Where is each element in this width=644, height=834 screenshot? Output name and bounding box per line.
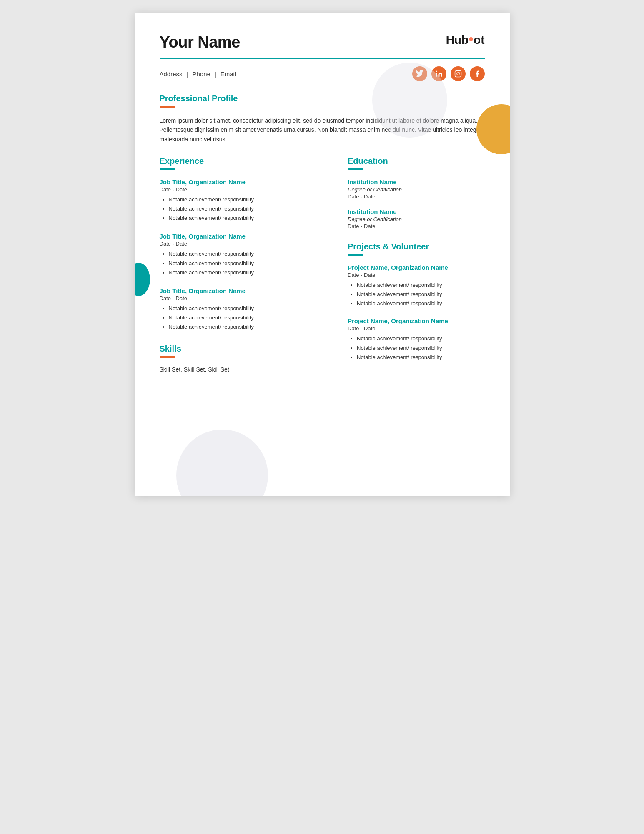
achievement-1-1: Notable achievement/ responsibility (169, 195, 327, 204)
proj-ach-1-2: Notable achievement/ responsibility (357, 290, 485, 299)
skills-title: Skills (160, 344, 327, 354)
resume-page: Your Name Hubot Address | Phone | Email (135, 13, 510, 496)
project-date-2: Date - Date (348, 325, 485, 332)
svg-rect-1 (455, 71, 461, 77)
project-achievements-2: Notable achievement/ responsibility Nota… (348, 334, 485, 362)
achievement-3-1: Notable achievement/ responsibility (169, 304, 327, 313)
job-achievements-2: Notable achievement/ responsibility Nota… (160, 249, 327, 277)
hubspot-logo: Hubot (446, 33, 485, 47)
institution-2: Institution Name (348, 208, 485, 215)
contact-info: Address | Phone | Email (160, 70, 236, 78)
skills-body: Skill Set, Skill Set, Skill Set (160, 366, 327, 373)
header: Your Name Hubot (160, 33, 485, 51)
proj-ach-2-3: Notable achievement/ responsibility (357, 353, 485, 362)
degree-1: Degree or Certification (348, 186, 485, 193)
header-divider (160, 58, 485, 59)
job-title-1: Job Title, Organization Name (160, 178, 327, 186)
deco-circle-bottom-left (176, 430, 268, 496)
projects-underline (348, 254, 363, 256)
achievement-1-2: Notable achievement/ responsibility (169, 204, 327, 214)
deco-circle-top-right (372, 63, 447, 138)
facebook-icon[interactable] (470, 66, 485, 81)
project-achievements-1: Notable achievement/ responsibility Nota… (348, 281, 485, 308)
sep1: | (187, 70, 188, 78)
project-date-1: Date - Date (348, 272, 485, 278)
job-date-1: Date - Date (160, 186, 327, 193)
job-date-2: Date - Date (160, 241, 327, 247)
sep2: | (215, 70, 216, 78)
profile-underline (160, 106, 175, 108)
education-underline (348, 168, 363, 170)
logo-dot (469, 37, 473, 41)
project-entry-2: Project Name, Organization Name Date - D… (348, 317, 485, 362)
proj-ach-1-1: Notable achievement/ responsibility (357, 281, 485, 290)
job-achievements-3: Notable achievement/ responsibility Nota… (160, 304, 327, 332)
projects-title: Projects & Volunteer (348, 242, 485, 251)
svg-point-0 (436, 71, 437, 72)
deco-circle-teal (135, 263, 150, 296)
left-column: Experience Job Title, Organization Name … (160, 156, 327, 373)
job-achievements-1: Notable achievement/ responsibility Nota… (160, 195, 327, 223)
achievement-2-3: Notable achievement/ responsibility (169, 268, 327, 277)
skills-section: Skills Skill Set, Skill Set, Skill Set (160, 344, 327, 373)
proj-ach-1-3: Notable achievement/ responsibility (357, 299, 485, 308)
candidate-name: Your Name (160, 33, 240, 51)
project-entry-1: Project Name, Organization Name Date - D… (348, 264, 485, 308)
experience-entry-1: Job Title, Organization Name Date - Date… (160, 178, 327, 223)
edu-date-1: Date - Date (348, 193, 485, 200)
contact-address: Address (160, 70, 183, 78)
job-date-3: Date - Date (160, 295, 327, 301)
edu-date-2: Date - Date (348, 223, 485, 229)
experience-entry-3: Job Title, Organization Name Date - Date… (160, 287, 327, 332)
contact-email: Email (221, 70, 236, 78)
job-title-2: Job Title, Organization Name (160, 233, 327, 240)
project-title-1: Project Name, Organization Name (348, 264, 485, 271)
instagram-icon[interactable] (451, 66, 466, 81)
experience-title: Experience (160, 156, 327, 166)
degree-2: Degree or Certification (348, 216, 485, 222)
achievement-1-3: Notable achievement/ responsibility (169, 214, 327, 223)
education-entry-2: Institution Name Degree or Certification… (348, 208, 485, 229)
experience-section: Experience Job Title, Organization Name … (160, 156, 327, 332)
education-section: Education Institution Name Degree or Cer… (348, 156, 485, 229)
education-entry-1: Institution Name Degree or Certification… (348, 178, 485, 200)
contact-phone: Phone (192, 70, 210, 78)
proj-ach-2-2: Notable achievement/ responsibility (357, 344, 485, 353)
skills-underline (160, 356, 175, 358)
right-column: Education Institution Name Degree or Cer… (348, 156, 485, 373)
achievement-2-2: Notable achievement/ responsibility (169, 259, 327, 268)
job-title-3: Job Title, Organization Name (160, 287, 327, 294)
project-title-2: Project Name, Organization Name (348, 317, 485, 324)
logo-hub: Hub (446, 33, 469, 47)
proj-ach-2-1: Notable achievement/ responsibility (357, 334, 485, 343)
experience-entry-2: Job Title, Organization Name Date - Date… (160, 233, 327, 277)
achievement-3-3: Notable achievement/ responsibility (169, 322, 327, 332)
projects-section: Projects & Volunteer Project Name, Organ… (348, 242, 485, 362)
two-col-layout: Experience Job Title, Organization Name … (160, 156, 485, 373)
logo-spot: ot (474, 33, 484, 47)
achievement-2-1: Notable achievement/ responsibility (169, 249, 327, 259)
achievement-3-2: Notable achievement/ responsibility (169, 313, 327, 322)
education-title: Education (348, 156, 485, 166)
experience-underline (160, 168, 175, 170)
institution-1: Institution Name (348, 178, 485, 186)
